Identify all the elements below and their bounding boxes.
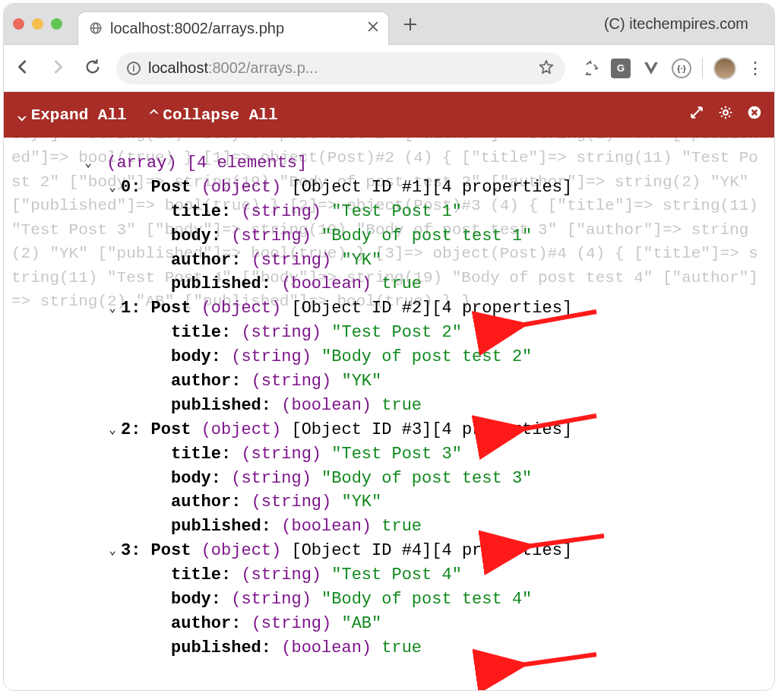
collapse-all-button[interactable]: ⌃ Collapse All [148, 103, 278, 127]
dump-root: ⌄ (array) [4 elements] [11, 151, 767, 176]
close-window-button[interactable] [13, 18, 24, 30]
chevron-down-icon: ⌄ [16, 106, 28, 123]
nav-buttons [14, 59, 101, 78]
dump-property: published: (boolean) true [11, 394, 767, 418]
browser-tab[interactable]: localhost:8002/arrays.php [77, 11, 389, 45]
globe-icon [89, 21, 103, 35]
dump-property: published: (boolean) true [11, 515, 767, 539]
back-button[interactable] [14, 59, 31, 78]
chevron-up-icon: ⌃ [148, 106, 160, 123]
dump-property: title: (string) "Test Post 1" [11, 200, 767, 224]
close-tab-button[interactable] [365, 19, 381, 37]
profile-avatar[interactable] [713, 57, 736, 80]
url-text: localhost:8002/arrays.p... [148, 59, 318, 77]
dump-property: published: (boolean) true [11, 272, 767, 296]
tab-title: localhost:8002/arrays.php [110, 20, 358, 37]
root-type: (array) [4 elements] [106, 154, 307, 173]
gear-icon[interactable] [718, 105, 733, 125]
toggle-caret[interactable]: ⌄ [104, 179, 121, 197]
address-bar[interactable]: i localhost:8002/arrays.p... [116, 52, 565, 84]
dump-property: author: (string) "YK" [11, 369, 767, 394]
dump-item-header: ⌄2: Post (object) [Object ID #3][4 prope… [11, 418, 767, 442]
bookmark-star-icon[interactable] [538, 59, 555, 78]
forward-button[interactable] [49, 59, 66, 78]
extension-g-icon[interactable]: G [611, 59, 631, 78]
dump-item-header: ⌄3: Post (object) [Object ID #4][4 prope… [11, 539, 767, 563]
dump-property: title: (string) "Test Post 3" [11, 442, 767, 467]
dump-property: body: (string) "Body of post test 1" [11, 224, 767, 249]
minimize-window-button[interactable] [32, 18, 43, 30]
dump-item-header: ⌄1: Post (object) [Object ID #2][4 prope… [11, 296, 767, 321]
toggle-caret[interactable]: ⌄ [80, 155, 96, 173]
maximize-window-button[interactable] [51, 18, 62, 30]
watermark-text: (C) itechempires.com [604, 15, 748, 33]
fullscreen-icon[interactable] [689, 105, 704, 125]
toggle-caret[interactable]: ⌄ [104, 543, 121, 560]
site-info-icon[interactable]: i [127, 62, 141, 75]
dump-property: title: (string) "Test Post 2" [11, 321, 767, 345]
dump-property: author: (string) "YK" [11, 490, 767, 515]
dump-property: author: (string) "YK" [11, 249, 767, 273]
dump-property: published: (boolean) true [11, 636, 767, 660]
browser-window: localhost:8002/arrays.php (C) itechempir… [3, 3, 775, 691]
dump-property: title: (string) "Test Post 4" [11, 563, 767, 588]
dump-property: body: (string) "Body of post test 2" [11, 345, 767, 369]
expand-all-button[interactable]: ⌄ Expand All [16, 103, 127, 127]
tab-strip: localhost:8002/arrays.php (C) itechempir… [4, 4, 774, 45]
recycle-icon[interactable] [580, 59, 600, 78]
svg-point-7 [723, 110, 728, 115]
toggle-caret[interactable]: ⌄ [104, 422, 121, 439]
extensions: G {·} ⋮ [580, 57, 764, 80]
new-tab-button[interactable] [401, 15, 419, 33]
dump-property: body: (string) "Body of post test 3" [11, 467, 767, 491]
toggle-caret[interactable]: ⌄ [104, 300, 121, 318]
close-icon[interactable] [747, 105, 762, 125]
dump-property: body: (string) "Body of post test 4" [11, 588, 767, 612]
extension-json-icon[interactable]: {·} [672, 59, 691, 78]
dump-toolbar: ⌄ Expand All ⌃ Collapse All [4, 92, 774, 138]
browser-toolbar: i localhost:8002/arrays.p... G {·} ⋮ [4, 45, 774, 92]
dump-tree: ⌄ (array) [4 elements] ⌄0: Post (object)… [4, 138, 774, 668]
kebab-menu-icon[interactable]: ⋮ [747, 59, 764, 78]
dump-item-header: ⌄0: Post (object) [Object ID #1][4 prope… [11, 176, 767, 200]
extension-vue-icon[interactable] [641, 59, 661, 78]
window-controls [13, 18, 62, 30]
reload-button[interactable] [84, 59, 101, 78]
url-path: :8002/arrays.p... [208, 59, 318, 76]
dump-property: author: (string) "AB" [11, 612, 767, 636]
